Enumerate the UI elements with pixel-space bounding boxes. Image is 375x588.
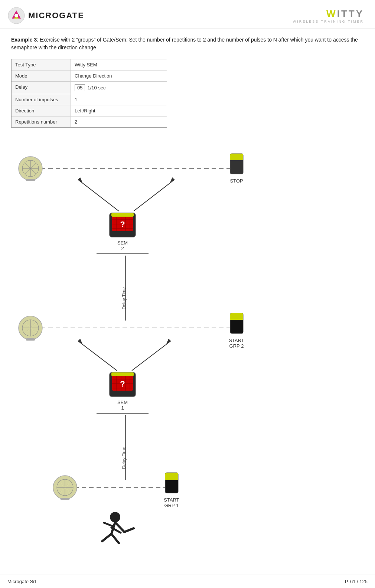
svg-rect-61	[111, 372, 134, 376]
svg-text:GRP 1: GRP 1	[164, 503, 179, 508]
witty-subtitle: WIRELESS TRAINING TIMER	[293, 20, 364, 23]
diagram-area: STOP ? SEM	[11, 139, 364, 547]
microgate-logo-icon	[7, 7, 25, 24]
settings-row-direction: Direction Left/Right	[12, 105, 167, 116]
diagram-svg: STOP ? SEM	[11, 139, 364, 547]
settings-row-repetitions: Repetitions number 2	[12, 116, 167, 127]
svg-line-87	[124, 528, 134, 532]
svg-text:GRP 2: GRP 2	[229, 343, 244, 349]
footer-company: Microgate Srl	[7, 579, 36, 584]
svg-rect-74	[61, 498, 69, 500]
label-delay: Delay	[12, 82, 71, 94]
svg-rect-28	[111, 213, 134, 217]
example-text: : Exercise with 2 “groups” of Gate/Sem: …	[11, 37, 358, 50]
value-mode: Change Direction	[71, 70, 167, 81]
svg-rect-77	[165, 479, 178, 480]
footer: Microgate Srl P. 61 / 125	[0, 575, 375, 588]
svg-text:?: ?	[120, 220, 125, 229]
settings-table: Test Type Witty SEM Mode Change Directio…	[11, 59, 167, 128]
example-label: Example 3	[11, 37, 37, 43]
svg-rect-41	[26, 338, 35, 341]
witty-logo: WITTY WIRELESS TRAINING TIMER	[293, 8, 364, 23]
svg-marker-48	[78, 339, 82, 344]
svg-text:2: 2	[121, 246, 124, 251]
settings-row-impulses: Number of impulses 1	[12, 94, 167, 105]
svg-rect-44	[230, 318, 243, 320]
microgate-logo: MICROGATE	[7, 7, 84, 24]
delay-number: 05	[75, 84, 85, 91]
value-direction: Left/Right	[71, 105, 167, 116]
value-testtype: Witty SEM	[71, 59, 167, 70]
svg-line-14	[78, 180, 119, 211]
svg-text:START: START	[164, 497, 179, 503]
svg-marker-50	[166, 339, 171, 344]
settings-row-mode: Mode Change Direction	[12, 70, 167, 82]
delay-unit: 1/10 sec	[87, 85, 105, 91]
svg-line-47	[78, 341, 117, 371]
svg-line-49	[132, 341, 171, 371]
main-content: Example 3: Exercise with 2 “groups” of G…	[0, 29, 375, 554]
example-description: Example 3: Exercise with 2 “groups” of G…	[11, 36, 364, 52]
microgate-text: MICROGATE	[28, 11, 84, 20]
label-mode: Mode	[12, 70, 71, 81]
label-testtype: Test Type	[12, 59, 71, 70]
svg-point-80	[110, 512, 120, 522]
svg-text:1: 1	[121, 405, 124, 411]
settings-row-testtype: Test Type Witty SEM	[12, 59, 167, 70]
svg-text:?: ?	[120, 379, 125, 388]
label-direction: Direction	[12, 105, 71, 116]
label-impulses: Number of impulses	[12, 94, 71, 105]
value-impulses: 1	[71, 94, 167, 105]
footer-page: P. 61 / 125	[345, 579, 368, 584]
svg-text:SEM: SEM	[117, 240, 128, 246]
settings-row-delay: Delay 05 1/10 sec	[12, 82, 167, 94]
svg-text:STOP: STOP	[230, 178, 243, 184]
value-delay: 05 1/10 sec	[71, 82, 167, 94]
svg-line-16	[134, 180, 175, 211]
svg-line-85	[111, 534, 119, 543]
svg-text:SEM: SEM	[117, 400, 128, 405]
svg-text:Delay Time: Delay Time	[121, 447, 127, 469]
svg-text:START: START	[229, 338, 244, 343]
svg-rect-9	[26, 179, 35, 181]
svg-line-84	[102, 534, 111, 541]
value-repetitions: 2	[71, 116, 167, 127]
svg-line-82	[104, 523, 113, 526]
witty-title: WITTY	[293, 8, 364, 20]
svg-point-1	[14, 14, 18, 17]
svg-rect-12	[230, 159, 243, 160]
label-repetitions: Repetitions number	[12, 116, 71, 127]
svg-text:Delay Time: Delay Time	[121, 287, 127, 309]
header: MICROGATE WITTY WIRELESS TRAINING TIMER	[0, 0, 375, 29]
